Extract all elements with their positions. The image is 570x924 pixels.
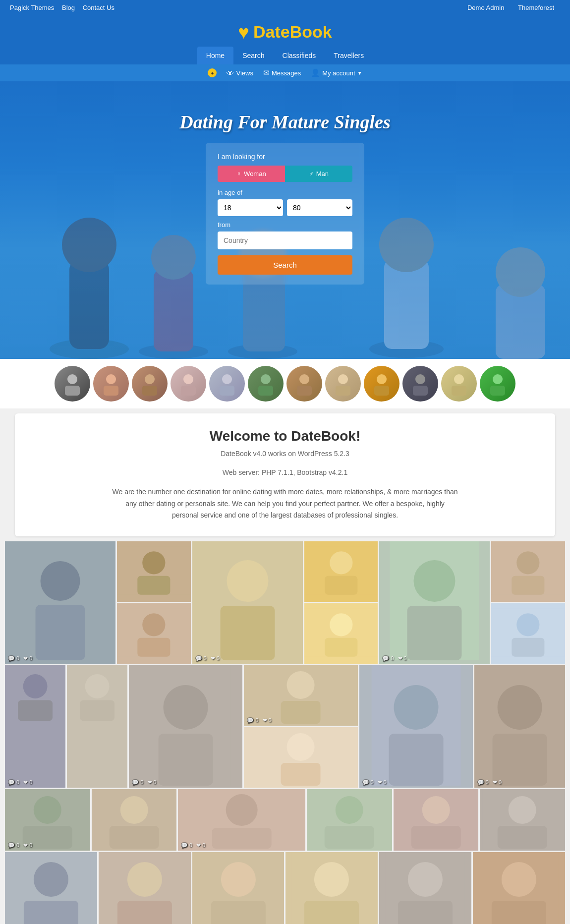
age-min-select[interactable]: 18 1920212530 [218,199,283,216]
avatar-3[interactable] [132,366,168,402]
photo-cell[interactable]: 💬 0❤ 0 [5,789,90,851]
photo-cell[interactable] [67,665,127,788]
account-link[interactable]: 👤 My account ▼ [311,68,362,77]
photo-row-3: 💬 0❤ 0 💬 0❤ 0 [5,789,565,851]
svg-rect-15 [65,386,80,396]
svg-point-28 [338,374,348,384]
svg-rect-23 [220,386,234,396]
topbar-link-themeforest[interactable]: Themeforest [518,4,554,11]
photo-cell[interactable]: 💬 0❤ 0 [192,541,303,664]
photo-cell[interactable] [117,541,191,602]
svg-rect-73 [159,734,213,786]
svg-point-34 [454,374,464,384]
photo-cell[interactable] [244,727,357,788]
avatar-11[interactable] [441,366,477,402]
photo-cell[interactable]: 💬 0❤ 0 [178,789,305,851]
photo-cell[interactable]: 💬 0❤ 0 [5,665,65,788]
svg-rect-67 [18,700,53,721]
search-box: I am looking for ♀ Woman ♂ Man in age of… [206,143,364,285]
photo-row-4: 💬 0❤ 0 💬 0❤ 0 💬 0❤ 0 💬 0❤ 0 💬 0❤ 0 💬 0❤ … [5,852,565,924]
svg-point-120 [502,862,536,897]
topbar-link-contact[interactable]: Contact Us [83,4,114,11]
topbar-link-blog[interactable]: Blog [62,4,75,11]
svg-rect-58 [407,606,462,660]
svg-rect-76 [281,701,321,724]
avatar-7[interactable] [286,366,322,402]
views-badge: ● [208,68,217,77]
photo-cell[interactable]: 💬 0❤ 0 [379,852,471,924]
photo-cell[interactable] [394,789,479,851]
nav-home[interactable]: Home [197,47,233,64]
topbar-link-admin[interactable]: Demo Admin [467,4,504,11]
photo-cell[interactable]: 💬 0❤ 0 [5,852,97,924]
top-bar: Pagick Themes Blog Contact Us Demo Admin… [0,0,570,15]
photo-cell[interactable]: 💬 0❤ 0 [474,665,565,788]
photo-cell[interactable] [92,789,177,851]
photo-cell[interactable] [304,603,378,664]
avatar-10[interactable] [402,366,438,402]
photo-cell[interactable] [480,789,565,851]
avatar-1[interactable] [55,366,90,402]
avatar-8[interactable] [325,366,361,402]
svg-rect-37 [490,386,505,396]
avatar-12[interactable] [480,366,515,402]
avatar-5[interactable] [209,366,245,402]
svg-point-75 [287,671,315,699]
avatar-2[interactable] [93,366,129,402]
nav-travellers[interactable]: Travellers [325,47,373,64]
svg-point-102 [509,796,536,824]
svg-rect-121 [492,901,546,924]
man-button[interactable]: ♂ Man [285,166,352,182]
age-label: in age of [218,189,352,196]
photo-cell[interactable]: 💬 0❤ 0 [5,541,115,664]
svg-point-42 [142,551,165,574]
search-button[interactable]: Search [218,255,352,275]
avatar-6[interactable] [248,366,284,402]
photo-cell[interactable] [491,541,565,602]
looking-for-label: I am looking for [218,153,352,161]
svg-point-63 [517,613,540,636]
woman-icon: ♀ [236,170,241,177]
photo-cell[interactable]: 💬 0❤ 0 [192,852,285,924]
photo-cell[interactable] [491,603,565,664]
hero-section: Dating For Mature Singles I am looking f… [0,81,570,359]
age-max-select[interactable]: 80 70605040 [287,199,352,216]
photo-cell[interactable]: 💬 0❤ 0 [473,852,565,924]
photo-cell[interactable]: 💬 0❤ 0 [99,852,191,924]
nav-classifieds[interactable]: Classifieds [274,47,325,64]
photo-cell[interactable] [304,541,378,602]
svg-rect-64 [512,638,545,657]
topbar-link-pagick[interactable]: Pagick Themes [10,4,54,11]
photo-cell[interactable] [307,789,392,851]
photo-cell[interactable]: 💬 0❤ 0 [244,665,357,726]
photo-cell[interactable] [117,603,191,664]
svg-point-45 [142,613,165,636]
svg-rect-103 [498,826,547,849]
mail-icon: ✉ [263,68,270,77]
photo-cell[interactable]: 💬 0❤ 0 [379,541,490,664]
header: ♥ DateBook Home Search Classifieds Trave… [0,15,570,64]
country-input[interactable] [218,231,352,249]
messages-link[interactable]: ✉ Messages [263,68,301,77]
svg-rect-49 [220,606,275,660]
welcome-title: Welcome to DateBook! [35,428,535,444]
svg-point-108 [127,862,162,897]
views-link[interactable]: 👁 Views [227,69,253,77]
svg-point-30 [377,374,387,384]
svg-rect-82 [389,734,443,786]
woman-button[interactable]: ♀ Woman [218,166,285,182]
svg-point-48 [227,560,268,602]
svg-rect-46 [137,638,170,657]
nav-search[interactable]: Search [233,47,273,64]
svg-point-111 [221,862,256,897]
top-bar-right: Demo Admin Themeforest [461,4,560,11]
photo-cell[interactable]: 💬 0❤ 0 [359,665,473,788]
avatar-9[interactable] [364,366,399,402]
svg-point-16 [106,374,116,384]
logo[interactable]: ♥ DateBook [238,22,332,42]
svg-rect-97 [325,826,374,849]
photo-cell[interactable]: 💬 0❤ 0 [129,665,242,788]
svg-point-14 [67,374,77,384]
photo-cell[interactable]: 💬 0❤ 0 [285,852,378,924]
avatar-4[interactable] [171,366,206,402]
